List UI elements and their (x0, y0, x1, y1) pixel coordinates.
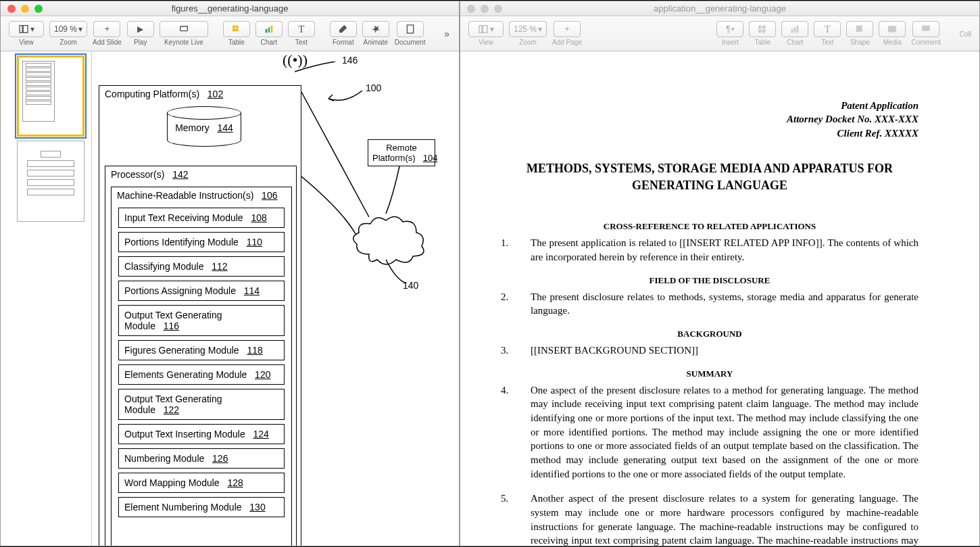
format-button[interactable] (330, 21, 357, 37)
keynote-live-button[interactable] (160, 21, 208, 37)
module-box: Input Text Receiving Module 108 (118, 208, 285, 228)
module-box: Output Text Generating Module 116 (118, 305, 285, 336)
table-button[interactable] (749, 21, 776, 37)
module-box: Word Mapping Module 128 (118, 473, 285, 493)
module-ref: 118 (247, 345, 262, 356)
animate-button[interactable] (362, 21, 389, 37)
ref-142: 142 (172, 169, 188, 180)
add-slide-label: Add Slide (93, 39, 122, 46)
svg-rect-16 (762, 30, 766, 33)
keynote-live-label: Keynote Live (164, 39, 203, 46)
play-icon: ▶ (137, 24, 143, 34)
toolbar-overflow[interactable]: » (440, 24, 454, 43)
module-ref: 120 (255, 369, 270, 380)
module-box: Output Text Inserting Module 124 (118, 424, 285, 444)
media-icon (887, 24, 898, 34)
module-label: Element Numbering Module (124, 502, 242, 513)
para-body: [[INSERT BACKGROUND SECTION]] (531, 343, 918, 358)
view-label: View (19, 39, 34, 46)
text-label: Text (295, 39, 308, 46)
table-label: Table (228, 39, 245, 46)
module-ref: 128 (227, 477, 243, 488)
animate-label: Animate (364, 39, 389, 46)
module-box: Figures Generating Module 118 (118, 340, 285, 360)
table-button[interactable] (223, 21, 250, 37)
slide-navigator[interactable]: 1 2 (1, 51, 92, 546)
para-num: 5. (501, 492, 531, 546)
media-label: Media (883, 39, 902, 46)
modules-list: Input Text Receiving Module 108Portions … (112, 208, 291, 517)
table-icon (757, 24, 768, 34)
view-icon (478, 24, 489, 34)
computing-platforms-label: Computing Platform(s) (105, 89, 199, 99)
module-ref: 130 (249, 502, 265, 513)
chart-button[interactable] (781, 21, 808, 37)
close-button[interactable] (467, 5, 475, 13)
table-icon (231, 24, 242, 34)
svg-rect-1 (23, 26, 28, 33)
plus-icon: + (564, 24, 569, 34)
svg-rect-14 (762, 26, 766, 29)
svg-rect-13 (758, 26, 762, 29)
slide-thumb-2[interactable] (17, 141, 84, 222)
svg-rect-6 (236, 28, 239, 31)
module-box: Portions Identifying Module 110 (118, 232, 285, 252)
shape-button[interactable] (846, 21, 873, 37)
text-icon: T (298, 24, 304, 35)
maximize-button[interactable] (34, 5, 43, 13)
view-button[interactable]: ▾ (468, 21, 504, 37)
chart-button[interactable] (255, 21, 283, 37)
add-page-button[interactable]: + (554, 21, 581, 37)
document-body[interactable]: Patent Application Attorney Docket No. X… (460, 51, 979, 546)
traffic-lights (7, 5, 43, 13)
zoom-label: Zoom (59, 39, 77, 46)
text-button[interactable]: T (814, 21, 841, 37)
paragraph: 5. Another aspect of the present disclos… (501, 492, 918, 546)
svg-rect-3 (232, 26, 235, 28)
svg-rect-5 (232, 28, 235, 31)
play-button[interactable]: ▶ (127, 21, 154, 37)
zoom-button[interactable]: 125 %▾ (509, 21, 547, 37)
ref-106: 106 (262, 190, 277, 201)
zoom-button[interactable]: 109 %▾ (49, 21, 87, 37)
section-field: FIELD OF THE DISCLOSURE (501, 275, 918, 286)
minimize-button[interactable] (481, 5, 489, 13)
document-button[interactable] (397, 21, 424, 37)
module-label: Figures Generating Module (124, 345, 239, 356)
module-ref: 114 (244, 285, 260, 296)
slide-thumb-1[interactable] (17, 55, 84, 137)
svg-rect-21 (888, 26, 896, 32)
paragraph: 2. The present disclosure relates to met… (501, 290, 918, 318)
titlebar-right[interactable]: application__generating-language (460, 1, 979, 16)
module-ref: 108 (251, 212, 266, 223)
svg-rect-2 (180, 26, 188, 31)
module-label: Input Text Receiving Module (124, 212, 243, 223)
chart-label: Chart (787, 39, 803, 46)
header-line-1: Patent Application (501, 99, 918, 112)
ref-140: 140 (403, 280, 418, 291)
comment-label: Comment (911, 39, 940, 46)
view-button[interactable]: ▾ (9, 21, 44, 37)
svg-rect-20 (856, 26, 862, 32)
text-button[interactable]: T (288, 21, 315, 37)
add-slide-button[interactable]: + (93, 21, 120, 37)
header-line-3: Client Ref. XXXXX (501, 126, 918, 140)
maximize-button[interactable] (494, 5, 502, 13)
svg-rect-19 (797, 26, 799, 33)
paragraph: 4. One aspect of the present disclosure … (501, 383, 918, 481)
comment-button[interactable] (912, 21, 939, 37)
memory-cylinder: Memory 144 (167, 113, 241, 151)
insert-button[interactable]: ¶▾ (716, 21, 743, 37)
ref-146: 146 (342, 55, 358, 66)
titlebar-left[interactable]: figures__generating-language (1, 1, 459, 16)
media-button[interactable] (879, 21, 906, 37)
zoom-value: 125 % (514, 24, 537, 34)
close-button[interactable] (7, 5, 16, 13)
ref-144: 144 (217, 122, 232, 133)
slide-canvas[interactable]: ((•)) 146 100 Computing Platform(s) 102 … (92, 51, 459, 546)
module-label: Portions Identifying Module (124, 237, 239, 247)
plus-icon: + (105, 24, 109, 34)
pilcrow-icon: ¶ (726, 24, 730, 34)
minimize-button[interactable] (21, 5, 29, 13)
svg-rect-7 (266, 29, 268, 32)
